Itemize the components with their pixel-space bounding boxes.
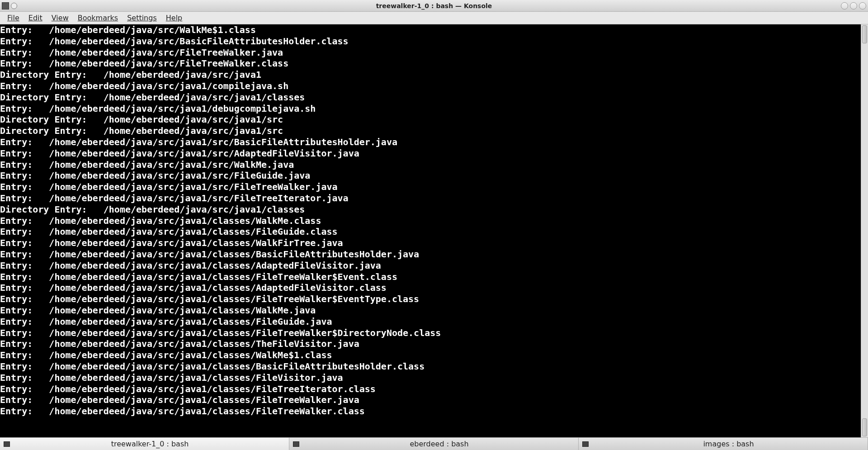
- tab-label: images : bash: [593, 440, 864, 448]
- terminal-output[interactable]: Entry: /home/eberdeed/java/src/WalkMe$1.…: [0, 24, 861, 437]
- terminal-icon: [293, 441, 299, 447]
- menu-settings[interactable]: Settings: [123, 12, 161, 24]
- menu-view[interactable]: View: [47, 12, 73, 24]
- tab-1[interactable]: eberdeed : bash: [289, 438, 579, 450]
- menubar: File Edit View Bookmarks Settings Help: [0, 12, 868, 24]
- menu-help[interactable]: Help: [161, 12, 187, 24]
- tab-2[interactable]: images : bash: [579, 438, 868, 450]
- menu-file[interactable]: File: [3, 12, 24, 24]
- tab-0[interactable]: treewalker-1_0 : bash: [0, 438, 289, 450]
- app-icon: [2, 2, 9, 9]
- menu-edit[interactable]: Edit: [24, 12, 47, 24]
- tab-label: treewalker-1_0 : bash: [14, 440, 285, 448]
- titlebar: treewalker-1_0 : bash — Konsole: [0, 0, 868, 12]
- terminal-icon: [582, 441, 589, 447]
- window-title: treewalker-1_0 : bash — Konsole: [376, 2, 492, 9]
- tabbar: treewalker-1_0 : basheberdeed : bashimag…: [0, 437, 868, 450]
- maximize-button[interactable]: [850, 2, 857, 9]
- pin-icon[interactable]: [11, 3, 17, 9]
- terminal-icon: [4, 441, 10, 447]
- tab-label: eberdeed : bash: [304, 440, 575, 448]
- minimize-button[interactable]: [841, 2, 848, 9]
- scrollbar-thumb-top[interactable]: [862, 25, 867, 43]
- close-button[interactable]: [859, 2, 866, 9]
- scrollbar-thumb-bottom[interactable]: [862, 418, 867, 436]
- menu-bookmarks[interactable]: Bookmarks: [73, 12, 123, 24]
- scrollbar-vertical[interactable]: [861, 24, 868, 437]
- terminal-area: Entry: /home/eberdeed/java/src/WalkMe$1.…: [0, 24, 868, 437]
